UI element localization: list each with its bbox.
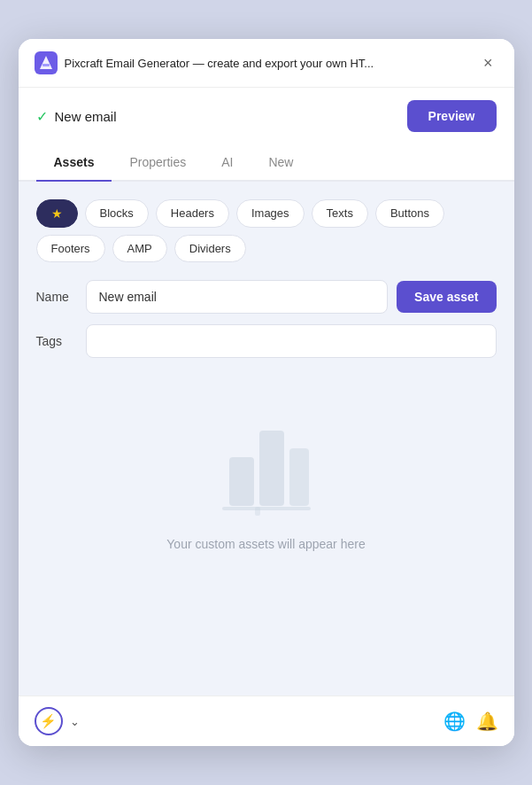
tab-assets[interactable]: Assets [36,144,112,182]
svg-rect-4 [259,431,284,506]
titlebar-title: Pixcraft Email Generator — create and ex… [65,57,374,70]
check-icon: ✓ [36,108,48,125]
empty-svg [213,422,320,519]
titlebar-left: Pixcraft Email Generator — create and ex… [35,51,374,74]
app-window: Pixcraft Email Generator — create and ex… [19,39,514,746]
main-content: ★ Blocks Headers Images Texts Buttons Fo… [19,182,514,696]
globe-icon[interactable]: 🌐 [443,711,466,732]
star-icon: ★ [51,206,63,221]
app-icon [35,51,58,74]
svg-rect-6 [222,507,311,510]
empty-illustration [213,422,320,523]
empty-state: Your custom assets will appear here [36,369,497,587]
chip-blocks[interactable]: Blocks [85,199,149,228]
tags-label: Tags [36,334,77,348]
tags-row: Tags [36,324,497,358]
titlebar: Pixcraft Email Generator — create and ex… [19,39,514,88]
tab-ai[interactable]: AI [204,144,251,182]
svg-rect-2 [42,64,50,66]
bottombar-left: ⚡ ⌄ [35,707,83,735]
chip-headers[interactable]: Headers [156,199,229,228]
close-button[interactable]: × [478,52,498,74]
email-name-label: New email [55,109,117,124]
bell-icon[interactable]: 🔔 [476,711,498,732]
preview-button[interactable]: Preview [407,100,497,132]
tags-input[interactable] [86,324,497,358]
chip-buttons[interactable]: Buttons [375,199,444,228]
topbar: ✓ New email Preview [19,88,514,144]
chevron-down-icon[interactable]: ⌄ [66,711,83,732]
svg-rect-5 [289,448,309,506]
save-asset-button[interactable]: Save asset [397,281,496,313]
tabs-bar: Assets Properties AI New [19,144,514,182]
tab-properties[interactable]: Properties [112,144,204,182]
chip-starred[interactable]: ★ [36,199,78,228]
bottombar: ⚡ ⌄ 🌐 🔔 [19,696,514,746]
chip-footers[interactable]: Footers [36,235,105,262]
chip-amp[interactable]: AMP [112,235,167,262]
empty-text: Your custom assets will appear here [166,537,365,551]
topbar-left: ✓ New email [36,108,117,125]
svg-rect-7 [255,507,260,516]
name-label: Name [36,290,77,304]
name-row: Name Save asset [36,280,497,314]
svg-rect-3 [229,457,254,506]
bottombar-right: 🌐 🔔 [443,711,498,732]
chip-dividers[interactable]: Dividers [174,235,246,262]
power-icon: ⚡ [40,713,57,729]
chip-images[interactable]: Images [236,199,305,228]
filter-chips: ★ Blocks Headers Images Texts Buttons Fo… [36,199,497,262]
tab-new[interactable]: New [251,144,311,182]
name-input[interactable] [86,280,389,314]
power-button[interactable]: ⚡ [35,707,63,735]
chip-texts[interactable]: Texts [312,199,368,228]
